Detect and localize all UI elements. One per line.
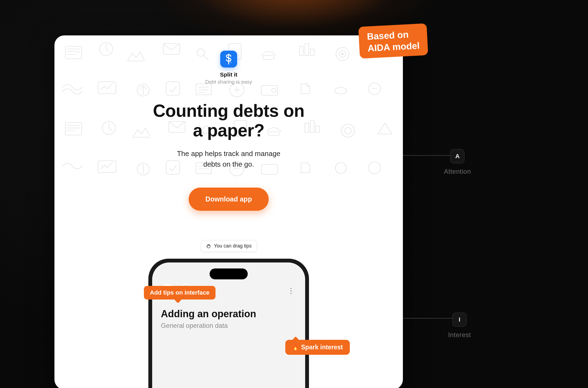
add-tips-badge[interactable]: Add tips on interface (144, 286, 216, 300)
download-app-button[interactable]: Download app (189, 188, 269, 211)
add-tips-label: Add tips on interface (150, 289, 210, 296)
marker-key-a: A (450, 149, 464, 163)
phone-mock: Alex ⋮ Adding an operation General opera… (148, 259, 309, 388)
phone-screen: Alex ⋮ Adding an operation General opera… (152, 262, 305, 388)
grab-hand-icon (206, 243, 211, 249)
app-tagline: Debt sharing is easy (205, 79, 252, 85)
app-logo (220, 51, 237, 68)
flame-icon: 🔥 (292, 344, 298, 350)
drag-tips-hint[interactable]: You can drag tips (201, 240, 257, 252)
screen-subtitle: General operation data (161, 322, 296, 329)
screen-title: Adding an operation (161, 308, 296, 320)
brand: Split it Debt sharing is easy (54, 51, 403, 85)
svg-rect-17 (261, 85, 278, 95)
drag-hint-label: You can drag tips (214, 243, 252, 249)
app-name: Split it (220, 71, 237, 78)
landing-card: Split it Debt sharing is easy Counting d… (54, 35, 403, 388)
hero-title: Counting debts on a paper? (54, 101, 403, 140)
marker-line-interest (403, 318, 455, 319)
marker-label-interest: Interest (448, 331, 471, 339)
hero-sub-line2: debts on the go. (203, 160, 254, 168)
spark-interest-badge[interactable]: 🔥 Spark interest (285, 340, 350, 355)
dollar-icon (224, 54, 233, 65)
more-menu-button[interactable]: ⋮ (286, 287, 296, 295)
dynamic-island (210, 268, 248, 279)
marker-interest: I Interest (448, 313, 471, 339)
marker-label-attention: Attention (444, 168, 471, 175)
marker-key-i: I (452, 313, 467, 327)
hero-title-line1: Counting debts on (153, 101, 305, 121)
aida-badge: Based on AIDA model (358, 23, 428, 59)
svg-point-18 (272, 88, 276, 93)
marker-attention: A Attention (444, 149, 471, 175)
hero-sub-line1: The app helps track and manage (177, 149, 280, 158)
spark-label: Spark interest (301, 344, 343, 351)
phone-body: Adding an operation General operation da… (161, 308, 296, 329)
hero-subtitle: The app helps track and manage debts on … (54, 148, 403, 170)
hero-title-line2: a paper? (193, 121, 265, 140)
canvas: Split it Debt sharing is easy Counting d… (0, 0, 588, 388)
svg-point-14 (137, 84, 149, 96)
